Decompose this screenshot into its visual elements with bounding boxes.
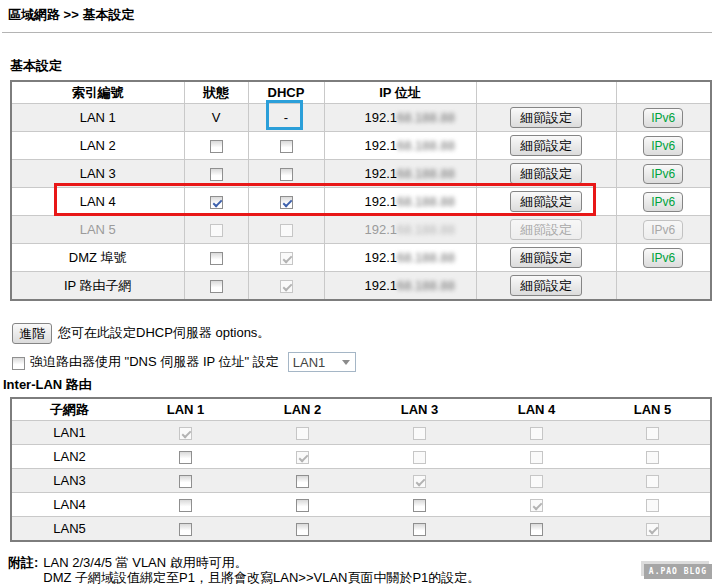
ip-cell: 192.168.188.88 [324, 244, 476, 272]
obscured-ip: 68.188.88 [397, 138, 455, 153]
dns-subnet-select[interactable]: LAN1 [288, 352, 356, 372]
ipv6-button[interactable]: IPv6 [643, 164, 683, 184]
checkbox[interactable] [413, 523, 426, 536]
checkbox[interactable] [210, 252, 223, 265]
basic-row-ip-routed-subnet: IP 路由子網 192.168.188.88 細節設定 IPv6 [11, 272, 711, 301]
details-button[interactable]: 細節設定 [510, 275, 582, 296]
ip-cell: 192.168.188.88 [324, 216, 476, 244]
obscured-ip: 68.188.88 [397, 222, 455, 237]
footnote: 附註: LAN 2/3/4/5 當 VLAN 啟用時可用。 DMZ 子網域設值綁… [8, 555, 720, 585]
details-button[interactable]: 細節設定 [510, 191, 582, 212]
checkbox [530, 427, 543, 440]
col-header-empty-ipv6 [616, 81, 711, 104]
basic-header-row: 索引編號 狀態 DHCP IP 位址 [11, 81, 711, 104]
basic-row-lan2: LAN 2 192.168.188.88 細節設定 IPv6 [11, 132, 711, 160]
basic-section-heading: 基本設定 [10, 57, 720, 75]
dhcp-cell [248, 132, 324, 160]
checkbox [210, 224, 223, 237]
row-label: DMZ 埠號 [11, 244, 184, 272]
basic-row-lan3: LAN 3 192.168.188.88 細節設定 IPv6 [11, 160, 711, 188]
checkbox[interactable] [210, 196, 223, 209]
dhcp-cell [248, 160, 324, 188]
row-label: IP 路由子網 [11, 272, 184, 301]
obscured-ip: 68.188.88 [397, 110, 455, 125]
checkbox[interactable] [280, 140, 293, 153]
ipv6-button[interactable]: IPv6 [643, 192, 683, 212]
row-label: LAN2 [11, 445, 127, 469]
row-label: LAN 1 [11, 104, 184, 132]
col-header-status: 狀態 [184, 81, 248, 104]
checkbox[interactable] [530, 523, 543, 536]
details-button[interactable]: 細節設定 [510, 247, 582, 268]
checkbox[interactable] [179, 475, 192, 488]
force-dns-label: 強迫路由器使用 "DNS 伺服器 IP 位址" 設定 [30, 353, 279, 371]
dhcp-cell [248, 272, 324, 301]
interlan-section-heading: Inter-LAN 路由 [3, 376, 720, 394]
basic-table: 索引編號 狀態 DHCP IP 位址 LAN 1 V - 192.168.188… [10, 80, 712, 301]
checkbox[interactable] [179, 499, 192, 512]
interlan-row-lan3: LAN3 [11, 469, 711, 493]
footnote-label: 附註: [8, 555, 38, 585]
checkbox[interactable] [179, 451, 192, 464]
ip-cell: 192.168.188.88 [324, 272, 476, 301]
details-button[interactable]: 細節設定 [510, 135, 582, 156]
checkbox[interactable] [296, 499, 309, 512]
dhcp-cell: - [248, 104, 324, 132]
footnote-line-1: LAN 2/3/4/5 當 VLAN 啟用時可用。 [43, 555, 480, 570]
row-label: LAN 4 [11, 188, 184, 216]
col-header-lan3: LAN 3 [361, 398, 478, 421]
checkbox[interactable] [179, 523, 192, 536]
advanced-hint-text: 您可在此設定DHCP伺服器 options。 [58, 324, 270, 342]
checkbox[interactable] [210, 280, 223, 293]
basic-table-wrap: 索引編號 狀態 DHCP IP 位址 LAN 1 V - 192.168.188… [10, 80, 710, 301]
checkbox [646, 451, 659, 464]
checkbox[interactable] [280, 196, 293, 209]
dhcp-options-row: 進階 您可在此設定DHCP伺服器 options。 [12, 322, 720, 344]
basic-row-lan1: LAN 1 V - 192.168.188.88 細節設定 IPv6 [11, 104, 711, 132]
ipv6-button[interactable]: IPv6 [643, 108, 683, 128]
checkbox[interactable] [280, 168, 293, 181]
details-button[interactable]: 細節設定 [510, 107, 582, 128]
checkbox [413, 427, 426, 440]
col-header-dhcp: DHCP [248, 81, 324, 104]
footnote-line-2: DMZ 子網域設值綁定至P1，且將會改寫LAN>>VLAN頁面中關於P1的設定。 [43, 570, 480, 585]
chevron-down-icon [342, 360, 350, 365]
checkbox[interactable] [413, 499, 426, 512]
ipv6-button[interactable]: IPv6 [643, 136, 683, 156]
interlan-table-wrap: 子網路 LAN 1 LAN 2 LAN 3 LAN 4 LAN 5 LAN1 L… [10, 397, 710, 542]
details-button[interactable]: 細節設定 [510, 163, 582, 184]
basic-row-lan5: LAN 5 192.168.188.88 細節設定 IPv6 [11, 216, 711, 244]
checkbox [646, 499, 659, 512]
checkbox[interactable] [210, 140, 223, 153]
interlan-row-lan2: LAN2 [11, 445, 711, 469]
checkbox [646, 475, 659, 488]
checkbox[interactable] [296, 475, 309, 488]
checkbox [179, 427, 192, 440]
checkbox[interactable] [210, 168, 223, 181]
status-cell [184, 160, 248, 188]
row-label: LAN3 [11, 469, 127, 493]
dhcp-cell [248, 188, 324, 216]
checkbox[interactable] [296, 523, 309, 536]
watermark-badge: A.PAO BLOG [644, 564, 712, 579]
checkbox [413, 451, 426, 464]
checkbox [296, 427, 309, 440]
obscured-ip: 68.188.88 [397, 166, 455, 181]
checkbox [296, 451, 309, 464]
interlan-row-lan1: LAN1 [11, 421, 711, 445]
col-header-lan4: LAN 4 [478, 398, 595, 421]
ipv6-button[interactable]: IPv6 [643, 248, 683, 268]
col-header-lan1: LAN 1 [127, 398, 244, 421]
row-label: LAN4 [11, 493, 127, 517]
force-dns-checkbox-slot [12, 354, 25, 369]
advanced-button[interactable]: 進階 [12, 323, 52, 344]
interlan-header-row: 子網路 LAN 1 LAN 2 LAN 3 LAN 4 LAN 5 [11, 398, 711, 421]
checkbox[interactable] [12, 357, 25, 370]
title-divider [2, 32, 712, 33]
checkbox [413, 475, 426, 488]
row-label: LAN 3 [11, 160, 184, 188]
obscured-ip: 68.188.88 [397, 194, 455, 209]
force-dns-row: 強迫路由器使用 "DNS 伺服器 IP 位址" 設定 LAN1 [12, 352, 720, 372]
row-label: LAN 2 [11, 132, 184, 160]
obscured-ip: 68.188.88 [397, 278, 455, 293]
